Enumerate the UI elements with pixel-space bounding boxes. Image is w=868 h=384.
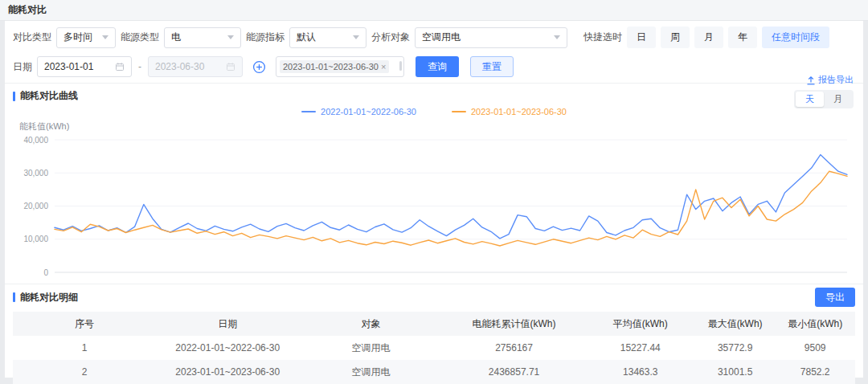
svg-text:0: 0 <box>43 268 48 277</box>
cell-average: 15227.44 <box>586 336 695 360</box>
search-button[interactable]: 查询 <box>416 56 459 77</box>
col-total: 电能耗累计值(kWh) <box>442 312 585 336</box>
compare-type-select[interactable]: 多时间 <box>56 27 116 48</box>
cell-total: 2436857.71 <box>442 360 585 384</box>
svg-text:30,000: 30,000 <box>23 169 48 178</box>
table-row: 1 2022-01-01~2022-06-30 空调用电 2756167 152… <box>13 336 855 360</box>
cell-min: 7852.2 <box>775 360 855 384</box>
date-separator: - <box>138 61 141 72</box>
svg-text:40,000: 40,000 <box>23 136 48 145</box>
section-marker <box>13 292 15 302</box>
analysis-object-value: 空调用电 <box>422 31 461 44</box>
scrollbar[interactable] <box>399 61 402 71</box>
chevron-down-icon <box>353 35 359 39</box>
end-date-value: 2023-06-30 <box>155 61 204 72</box>
detail-table: 序号 日期 对象 电能耗累计值(kWh) 平均值(kWh) 最大值(kWh) 最… <box>13 312 855 384</box>
chart-tools: 报告导出 天 月 <box>794 74 854 108</box>
energy-indicator-select[interactable]: 默认 <box>289 27 366 48</box>
col-date: 日期 <box>156 312 299 336</box>
add-range-button[interactable] <box>252 60 266 74</box>
report-export-link[interactable]: 报告导出 <box>806 74 854 86</box>
analysis-object-label: 分析对象 <box>371 31 410 44</box>
legend-line-icon <box>301 111 316 112</box>
chart-section-title: 能耗对比曲线 <box>5 84 863 103</box>
calendar-icon <box>115 62 125 71</box>
col-index: 序号 <box>13 312 156 336</box>
cell-date: 2022-01-01~2022-06-30 <box>156 336 299 360</box>
energy-indicator-value: 默认 <box>297 31 316 44</box>
quick-select-label: 快捷选时 <box>583 31 622 44</box>
compare-type-value: 多时间 <box>63 31 92 44</box>
chevron-down-icon <box>227 35 234 39</box>
range-tag-text: 2023-01-01~2023-06-30 <box>283 62 379 71</box>
quick-week-button[interactable]: 周 <box>661 27 690 48</box>
remove-range-icon[interactable]: × <box>381 63 386 71</box>
upload-icon <box>806 76 816 85</box>
section-marker <box>13 92 15 101</box>
table-title-text: 能耗对比明细 <box>20 291 78 304</box>
svg-text:10,000: 10,000 <box>23 235 48 243</box>
range-tag: 2023-01-01~2023-06-30 × <box>280 60 389 73</box>
top-bar: 能耗对比 <box>0 0 868 21</box>
svg-text:20,000: 20,000 <box>23 202 48 210</box>
page-title: 能耗对比 <box>8 3 47 17</box>
table-section: 能耗对比明细 导出 序号 日期 对象 电能耗累计值(kWh) 平均值(kWh) … <box>5 284 863 384</box>
table-section-title: 能耗对比明细 <box>13 291 78 304</box>
filter-row-1: 对比类型 多时间 能源类型 电 能源指标 默认 分析对象 空调用电 快捷选时 日 <box>5 21 863 51</box>
cell-object: 空调用电 <box>299 360 442 384</box>
quick-day-button[interactable]: 日 <box>627 27 656 48</box>
cell-max: 31001.5 <box>695 360 776 384</box>
col-max: 最大值(kWh) <box>695 312 776 336</box>
date-label: 日期 <box>13 60 32 74</box>
cell-object: 空调用电 <box>299 336 442 360</box>
cell-total: 2756167 <box>442 336 585 360</box>
cell-index: 1 <box>13 336 156 360</box>
reset-button[interactable]: 重置 <box>470 56 514 77</box>
chart-title-text: 能耗对比曲线 <box>20 89 78 103</box>
y-axis-title: 能耗值(kWh) <box>5 118 863 132</box>
cell-min: 9509 <box>775 336 855 360</box>
legend-label: 2022-01-01~2022-06-30 <box>321 107 416 116</box>
chevron-down-icon <box>102 35 108 39</box>
legend-item-2023[interactable]: 2023-01-01~2023-06-30 <box>452 105 567 118</box>
export-button[interactable]: 导出 <box>815 288 855 307</box>
end-date-input: 2023-06-30 <box>148 56 243 77</box>
page: 能耗对比 对比类型 多时间 能源类型 电 能源指标 默认 分析对象 空调用电 <box>0 0 868 384</box>
cell-max: 35772.9 <box>695 336 776 360</box>
col-object: 对象 <box>299 312 442 336</box>
start-date-input[interactable]: 2023-01-01 <box>37 56 132 77</box>
energy-type-label: 能源类型 <box>121 31 159 44</box>
col-average: 平均值(kWh) <box>586 312 695 336</box>
start-date-value: 2023-01-01 <box>44 61 93 72</box>
quick-year-button[interactable]: 年 <box>728 27 757 48</box>
col-min: 最小值(kWh) <box>775 312 855 336</box>
report-export-label: 报告导出 <box>818 74 854 86</box>
energy-indicator-label: 能源指标 <box>246 31 285 44</box>
filter-row-2: 日期 2023-01-01 - 2023-06-30 <box>5 51 863 80</box>
cell-index: 2 <box>13 360 156 384</box>
day-toggle[interactable]: 天 <box>796 92 824 107</box>
main-panel: 对比类型 多时间 能源类型 电 能源指标 默认 分析对象 空调用电 快捷选时 日 <box>5 21 863 378</box>
granularity-toggle: 天 月 <box>794 90 854 108</box>
table-row: 2 2023-01-01~2023-06-30 空调用电 2436857.71 … <box>13 360 855 384</box>
energy-type-select[interactable]: 电 <box>164 27 241 48</box>
chevron-down-icon <box>554 35 560 39</box>
month-toggle[interactable]: 月 <box>824 92 852 107</box>
legend-label: 2023-01-01~2023-06-30 <box>471 107 567 116</box>
calendar-icon <box>226 62 235 71</box>
quick-month-button[interactable]: 月 <box>694 27 723 48</box>
custom-range-button[interactable]: 任意时间段 <box>762 27 829 48</box>
legend-item-2022[interactable]: 2022-01-01~2022-06-30 <box>301 105 416 118</box>
analysis-object-select[interactable]: 空调用电 <box>415 27 567 48</box>
legend-line-icon <box>452 111 466 112</box>
table-section-head: 能耗对比明细 导出 <box>5 284 863 308</box>
cell-average: 13463.3 <box>586 360 695 384</box>
table-header-row: 序号 日期 对象 电能耗累计值(kWh) 平均值(kWh) 最大值(kWh) 最… <box>13 312 855 336</box>
chart-legend: 2022-01-01~2022-06-30 2023-01-01~2023-06… <box>5 105 863 118</box>
selected-range-box[interactable]: 2023-01-01~2023-06-30 × <box>276 56 404 77</box>
plus-circle-icon <box>252 60 266 74</box>
cell-date: 2023-01-01~2023-06-30 <box>156 360 299 384</box>
compare-type-label: 对比类型 <box>13 31 51 44</box>
line-chart: 010,00020,00030,00040,000 <box>13 132 855 279</box>
chart-section: 报告导出 天 月 能耗对比曲线 2022-01-01~2022-06-30 2 <box>5 83 863 279</box>
